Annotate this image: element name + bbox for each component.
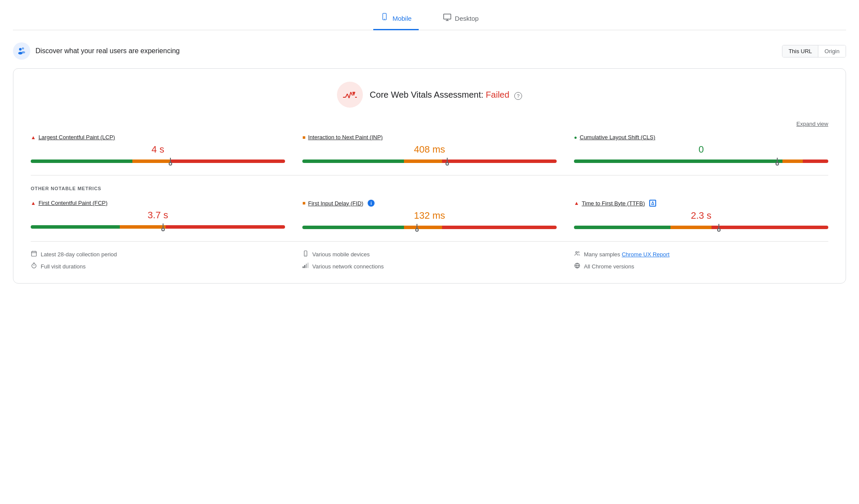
help-icon[interactable]: ? bbox=[514, 92, 522, 100]
svg-point-8 bbox=[22, 51, 25, 54]
footer-text-2-1: All Chrome versions bbox=[584, 263, 634, 270]
progress-marker bbox=[161, 223, 165, 230]
footer-icon-2-1 bbox=[574, 262, 580, 270]
metric-lcp-label[interactable]: Largest Contentful Paint (LCP) bbox=[38, 134, 115, 140]
metric-fid-label[interactable]: First Input Delay (FID) bbox=[308, 200, 363, 207]
footer-item-2-1: All Chrome versions bbox=[574, 262, 828, 270]
footer-icon-1-0 bbox=[302, 250, 309, 258]
progress-marker bbox=[445, 158, 449, 165]
assessment-title-text: Core Web Vitals Assessment: bbox=[370, 90, 484, 99]
progress-marker bbox=[168, 158, 173, 165]
footer-item-0-1: Full visit durations bbox=[31, 262, 285, 270]
bar-red bbox=[803, 159, 828, 163]
main-card: Core Web Vitals Assessment: Failed ? Exp… bbox=[13, 68, 846, 284]
footer-col-0: Latest 28-day collection periodFull visi… bbox=[31, 250, 285, 270]
header-left: Discover what your real users are experi… bbox=[13, 42, 179, 60]
bar-green bbox=[31, 225, 120, 229]
progress-marker bbox=[775, 158, 779, 165]
metric-lcp: ▲Largest Contentful Paint (LCP)4 s bbox=[31, 134, 285, 163]
progress-bar-container bbox=[574, 226, 828, 229]
bar-orange bbox=[782, 159, 803, 163]
assessment-status: Failed bbox=[486, 90, 509, 99]
svg-rect-28 bbox=[308, 263, 309, 268]
progress-bar-track bbox=[574, 226, 828, 229]
metric-ttfb-label-row: ▲Time to First Byte (TTFB)Δ bbox=[574, 200, 828, 207]
metric-cls-label[interactable]: Cumulative Layout Shift (CLS) bbox=[580, 134, 655, 140]
svg-point-6 bbox=[22, 48, 24, 50]
metric-ttfb-label[interactable]: Time to First Byte (TTFB) bbox=[582, 200, 645, 207]
bar-red bbox=[442, 159, 557, 163]
svg-rect-16 bbox=[32, 252, 36, 256]
metric-fid: ■First Input Delay (FID)i132 ms bbox=[302, 200, 557, 229]
assessment-title: Core Web Vitals Assessment: Failed ? bbox=[370, 90, 522, 99]
footer-info: Latest 28-day collection periodFull visi… bbox=[31, 241, 828, 270]
footer-item-1-0: Various mobile devices bbox=[302, 250, 557, 258]
tabs-container: Mobile Desktop bbox=[13, 9, 846, 30]
metric-lcp-status-icon: ▲ bbox=[31, 134, 36, 140]
metric-fcp: ▲First Contentful Paint (FCP)3.7 s bbox=[31, 200, 285, 229]
progress-bar-container bbox=[302, 226, 557, 229]
svg-rect-25 bbox=[303, 266, 304, 268]
bar-orange bbox=[404, 226, 442, 229]
footer-icon-0-0 bbox=[31, 250, 37, 258]
this-url-button[interactable]: This URL bbox=[782, 45, 818, 57]
progress-bar-track bbox=[302, 226, 557, 229]
metric-inp-label[interactable]: Interaction to Next Paint (INP) bbox=[308, 134, 383, 140]
footer-icon-0-1 bbox=[31, 262, 37, 270]
svg-point-29 bbox=[576, 252, 577, 253]
footer-text-0-1: Full visit durations bbox=[41, 263, 86, 270]
progress-bar-container bbox=[31, 225, 285, 229]
footer-col-2: Many samples Chrome UX ReportAll Chrome … bbox=[574, 250, 828, 270]
progress-marker bbox=[717, 224, 721, 231]
metric-fid-label-row: ■First Input Delay (FID)i bbox=[302, 200, 557, 207]
metric-cls-value: 0 bbox=[574, 144, 828, 155]
mobile-icon bbox=[380, 13, 389, 24]
metric-inp-status-icon: ■ bbox=[302, 134, 305, 140]
url-origin-toggle: This URL Origin bbox=[782, 45, 846, 57]
metric-inp-value: 408 ms bbox=[302, 144, 557, 155]
metric-fcp-status-icon: ▲ bbox=[31, 200, 36, 206]
metric-inp-label-row: ■Interaction to Next Paint (INP) bbox=[302, 134, 557, 140]
metric-lcp-label-row: ▲Largest Contentful Paint (LCP) bbox=[31, 134, 285, 140]
origin-button[interactable]: Origin bbox=[818, 45, 846, 57]
assessment-header: Core Web Vitals Assessment: Failed ? bbox=[31, 82, 828, 108]
assessment-icon bbox=[337, 82, 363, 108]
footer-text-0-0: Latest 28-day collection period bbox=[41, 251, 117, 258]
metric-cls-status-icon: ● bbox=[574, 134, 577, 140]
expand-view-link[interactable]: Expand view bbox=[796, 121, 828, 127]
tab-mobile[interactable]: Mobile bbox=[373, 9, 418, 30]
bar-green bbox=[31, 159, 132, 163]
bar-orange bbox=[132, 159, 170, 163]
bar-green bbox=[302, 226, 404, 229]
metric-cls: ●Cumulative Layout Shift (CLS)0 bbox=[574, 134, 828, 163]
footer-col-1: Various mobile devicesVarious network co… bbox=[302, 250, 557, 270]
metric-ttfb: ▲Time to First Byte (TTFB)Δ2.3 s bbox=[574, 200, 828, 229]
metric-fid-value: 132 ms bbox=[302, 210, 557, 221]
metric-fcp-label[interactable]: First Contentful Paint (FCP) bbox=[38, 200, 108, 206]
footer-text-2-0: Many samples Chrome UX Report bbox=[584, 251, 670, 258]
svg-line-13 bbox=[351, 92, 353, 96]
svg-marker-14 bbox=[353, 92, 355, 96]
footer-text-1-0: Various mobile devices bbox=[312, 251, 370, 258]
tab-desktop[interactable]: Desktop bbox=[436, 9, 486, 30]
metric-fid-info-icon[interactable]: i bbox=[368, 200, 375, 207]
svg-rect-26 bbox=[304, 265, 305, 268]
metric-lcp-value: 4 s bbox=[31, 144, 285, 155]
header-title: Discover what your real users are experi… bbox=[35, 47, 179, 55]
progress-bar-container bbox=[574, 159, 828, 163]
progress-bar-track bbox=[31, 225, 285, 229]
bar-red bbox=[170, 159, 285, 163]
svg-point-1 bbox=[385, 19, 385, 19]
metric-fid-status-icon: ■ bbox=[302, 200, 305, 206]
footer-item-2-0: Many samples Chrome UX Report bbox=[574, 250, 828, 258]
footer-icon-1-1 bbox=[302, 262, 309, 270]
footer-link-2-0[interactable]: Chrome UX Report bbox=[622, 251, 670, 258]
metric-fcp-label-row: ▲First Contentful Paint (FCP) bbox=[31, 200, 285, 206]
bar-red bbox=[712, 226, 828, 229]
progress-marker bbox=[415, 224, 419, 231]
svg-line-12 bbox=[349, 92, 351, 98]
progress-bar-track bbox=[31, 159, 285, 163]
section-divider bbox=[31, 175, 828, 175]
bar-red bbox=[442, 226, 557, 229]
svg-rect-2 bbox=[443, 14, 451, 19]
